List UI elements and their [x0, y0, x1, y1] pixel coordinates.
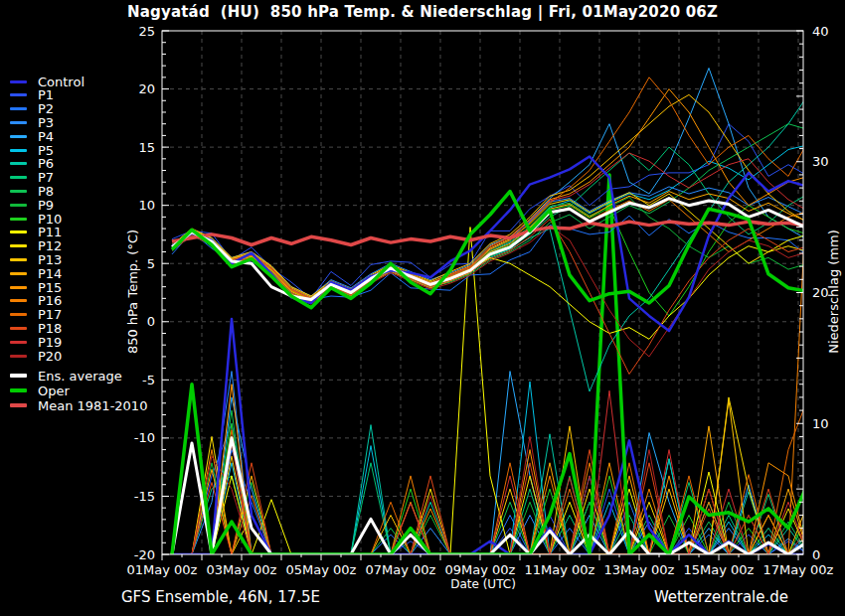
temp-line-P18 — [172, 220, 808, 375]
gridlines — [162, 31, 803, 554]
date-tick-label: 01May 00z — [127, 562, 198, 577]
temp-tick-label: 25 — [138, 24, 155, 39]
date-tick-label: 09May 00z — [445, 562, 516, 577]
date-tick-label: 11May 00z — [525, 562, 595, 577]
temp-line-P6 — [172, 94, 808, 391]
precip-tick-label: 40 — [812, 24, 829, 39]
x-axis-title: Date (UTC) — [384, 577, 583, 591]
date-tick-label: 13May 00z — [604, 562, 675, 577]
temp-line-Mean-1981-2010 — [172, 222, 808, 244]
date-tick-label: 03May 00z — [207, 562, 277, 577]
temp-tick-label: 10 — [138, 198, 155, 213]
series-group — [172, 69, 808, 555]
temp-tick-label: -5 — [142, 373, 155, 387]
date-tick-label: 07May 00z — [366, 562, 436, 577]
plot-border — [162, 31, 803, 554]
date-tick-label: 15May 00z — [684, 562, 755, 577]
temp-tick-label: -15 — [134, 489, 155, 504]
temp-tick-label: 0 — [147, 314, 155, 329]
temp-tick-label: 5 — [147, 256, 155, 271]
temp-line-P3 — [172, 187, 808, 296]
precip-line-P16 — [172, 162, 808, 554]
date-tick-label: 17May 00z — [763, 562, 834, 577]
temp-tick-label: 20 — [138, 81, 155, 96]
y-axis-title-precip: Niederschlag (mm) — [826, 143, 841, 441]
precip-tick-label: 0 — [812, 547, 820, 562]
meteogram-page: Nagyatád (HU) 850 hPa Temp. & Niederschl… — [0, 0, 845, 616]
temp-tick-label: 15 — [138, 140, 155, 155]
y-axis-title-temp: 850 hPa Temp. (°C) — [125, 143, 140, 441]
footer-brand: Wetterzentrale.de — [590, 588, 788, 606]
precip-line-P11 — [172, 228, 808, 554]
footer-model-info: GFS Ensemble, 46N, 17.5E — [121, 588, 320, 606]
date-tick-label: 05May 00z — [286, 562, 357, 577]
temp-tick-label: -20 — [134, 547, 155, 562]
